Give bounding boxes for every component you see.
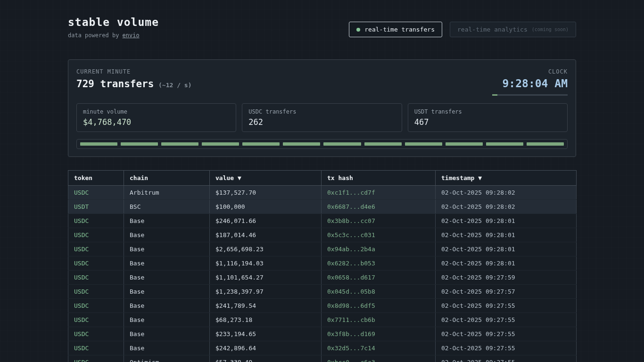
activity-segment xyxy=(405,142,442,146)
activity-segment xyxy=(202,142,239,146)
cell-timestamp: 02-Oct-2025 09:28:01 xyxy=(436,214,577,228)
cell-token: USDC xyxy=(68,285,124,299)
cell-chain: Base xyxy=(124,271,210,285)
stat-value: 467 xyxy=(414,117,561,127)
envio-link[interactable]: envio xyxy=(123,32,140,39)
transfers-table: token chain value ▼ tx hash timestamp ▼ … xyxy=(68,170,577,362)
stat-label: USDT transfers xyxy=(414,108,561,115)
cell-value: $241,789.54 xyxy=(210,299,322,313)
cell-tx-hash-link[interactable]: 0x32d5...7c14 xyxy=(322,341,436,355)
activity-segment xyxy=(364,142,402,146)
cell-tx-hash-link[interactable]: 0x3f8b...d169 xyxy=(322,327,436,341)
table-row: USDCBase$1,116,194.030x6282...b05302-Oct… xyxy=(68,256,577,271)
cell-token: USDC xyxy=(68,341,124,355)
tab-label: real-time transfers xyxy=(364,26,435,33)
cell-value: $57,338.49 xyxy=(210,355,322,362)
cell-value: $242,896.64 xyxy=(210,341,322,355)
cell-token: USDC xyxy=(68,355,124,362)
cell-token: USDC xyxy=(68,228,124,242)
cell-timestamp: 02-Oct-2025 09:28:01 xyxy=(436,228,577,242)
transfers-count: 729 transfers xyxy=(76,78,154,90)
cell-tx-hash-link[interactable]: 0x94ab...2b4a xyxy=(322,242,436,256)
tab-realtime-analytics[interactable]: real-time analytics (coming soon) xyxy=(450,22,576,37)
table-row: USDCBase$241,789.540x8d98...6df502-Oct-2… xyxy=(68,299,577,313)
table-row: USDCOptimism$57,338.490xbcc0...c6a302-Oc… xyxy=(68,355,577,362)
cell-tx-hash-link[interactable]: 0x045d...05b8 xyxy=(322,285,436,299)
cell-tx-hash-link[interactable]: 0x0658...d617 xyxy=(322,271,436,285)
stat-label: minute volume xyxy=(83,108,230,115)
tab-realtime-transfers[interactable]: real-time transfers xyxy=(349,22,442,37)
cell-timestamp: 02-Oct-2025 09:28:02 xyxy=(436,200,577,214)
clock-block: CLOCK 9:28:04 AM xyxy=(492,68,568,96)
cell-value: $246,071.66 xyxy=(210,214,322,228)
cell-tx-hash-link[interactable]: 0x7711...cb6b xyxy=(322,313,436,327)
cell-value: $187,014.46 xyxy=(210,228,322,242)
clock-time: 9:28:04 AM xyxy=(492,77,568,90)
col-timestamp-sort[interactable]: timestamp ▼ xyxy=(436,171,577,186)
live-dot-icon xyxy=(356,28,360,32)
cell-token: USDT xyxy=(68,200,124,214)
branding: stable volume data powered by envio xyxy=(68,16,159,39)
coming-soon-note: (coming soon) xyxy=(532,27,569,32)
cell-tx-hash-link[interactable]: 0x3b8b...cc07 xyxy=(322,214,436,228)
cell-chain: Base xyxy=(124,256,210,271)
cell-timestamp: 02-Oct-2025 09:27:57 xyxy=(436,285,577,299)
table-row: USDCBase$233,194.650x3f8b...d16902-Oct-2… xyxy=(68,327,577,341)
table-row: USDCBase$68,273.180x7711...cb6b02-Oct-20… xyxy=(68,313,577,327)
cell-tx-hash-link[interactable]: 0x5c3c...c031 xyxy=(322,228,436,242)
cell-chain: Base xyxy=(124,228,210,242)
activity-segment xyxy=(283,142,320,146)
table-row: USDCBase$1,101,654.270x0658...d61702-Oct… xyxy=(68,271,577,285)
current-minute-panel: CURRENT MINUTE 729 transfers (~12 / s) C… xyxy=(68,59,576,157)
transfers-rate: (~12 / s) xyxy=(158,82,191,89)
activity-segment xyxy=(242,142,280,146)
cell-value: $1,238,397.97 xyxy=(210,285,322,299)
cell-chain: Base xyxy=(124,285,210,299)
cell-token: USDC xyxy=(68,242,124,256)
cell-chain: Base xyxy=(124,242,210,256)
stats-row: minute volume $4,768,470 USDC transfers … xyxy=(76,103,568,132)
cell-chain: Base xyxy=(124,327,210,341)
cell-value: $68,273.18 xyxy=(210,313,322,327)
activity-bar xyxy=(76,139,568,149)
cell-timestamp: 02-Oct-2025 09:28:01 xyxy=(436,256,577,271)
cell-tx-hash-link[interactable]: 0xbcc0...c6a3 xyxy=(322,355,436,362)
cell-timestamp: 02-Oct-2025 09:28:02 xyxy=(436,186,577,200)
cell-tx-hash-link[interactable]: 0x6687...d4e6 xyxy=(322,200,436,214)
cell-tx-hash-link[interactable]: 0x6282...b053 xyxy=(322,256,436,271)
table-row: USDCBase$1,238,397.970x045d...05b802-Oct… xyxy=(68,285,577,299)
powered-by-text: data powered by xyxy=(68,32,123,39)
cell-timestamp: 02-Oct-2025 09:27:55 xyxy=(436,313,577,327)
activity-segment xyxy=(446,142,483,146)
cell-token: USDC xyxy=(68,327,124,341)
cell-token: USDC xyxy=(68,214,124,228)
cell-chain: BSC xyxy=(124,200,210,214)
current-minute-label: CURRENT MINUTE xyxy=(76,68,191,75)
powered-by: data powered by envio xyxy=(68,32,159,39)
activity-segment xyxy=(80,142,117,146)
table-row: USDTBSC$100,0000x6687...d4e602-Oct-2025 … xyxy=(68,200,577,214)
cell-timestamp: 02-Oct-2025 09:27:55 xyxy=(436,355,577,362)
table-row: USDCBase$242,896.640x32d5...7c1402-Oct-2… xyxy=(68,341,577,355)
table-row: USDCBase$187,014.460x5c3c...c03102-Oct-2… xyxy=(68,228,577,242)
stat-usdt-transfers: USDT transfers 467 xyxy=(408,103,568,132)
current-minute-block: CURRENT MINUTE 729 transfers (~12 / s) xyxy=(76,68,191,96)
stat-minute-volume: minute volume $4,768,470 xyxy=(76,103,236,132)
cell-timestamp: 02-Oct-2025 09:27:55 xyxy=(436,341,577,355)
cell-chain: Base xyxy=(124,313,210,327)
tab-label: real-time analytics xyxy=(457,26,528,33)
table-row: USDCBase$2,656,698.230x94ab...2b4a02-Oct… xyxy=(68,242,577,256)
col-value-sort[interactable]: value ▼ xyxy=(210,171,322,186)
cell-chain: Arbitrum xyxy=(124,186,210,200)
cell-value: $1,116,194.03 xyxy=(210,256,322,271)
cell-tx-hash-link[interactable]: 0xc1f1...cd7f xyxy=(322,186,436,200)
activity-segment xyxy=(161,142,198,146)
stat-label: USDC transfers xyxy=(248,108,395,115)
cell-chain: Base xyxy=(124,214,210,228)
view-tabs: real-time transfers real-time analytics … xyxy=(349,22,576,37)
stat-usdc-transfers: USDC transfers 262 xyxy=(242,103,402,132)
stat-value: $4,768,470 xyxy=(83,117,230,127)
table-row: USDCArbitrum$137,527.700xc1f1...cd7f02-O… xyxy=(68,186,577,200)
cell-value: $1,101,654.27 xyxy=(210,271,322,285)
cell-tx-hash-link[interactable]: 0x8d98...6df5 xyxy=(322,299,436,313)
